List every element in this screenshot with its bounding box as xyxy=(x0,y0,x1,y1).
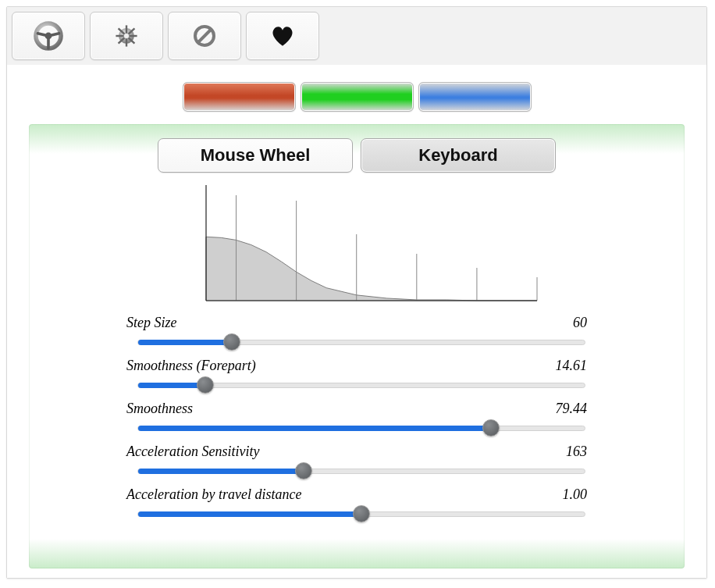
slider-fill xyxy=(138,426,491,431)
slider-row: Smoothness79.44 xyxy=(126,401,587,437)
slider-control[interactable] xyxy=(137,461,585,480)
slider-value: 1.00 xyxy=(563,486,588,503)
svg-point-11 xyxy=(123,33,129,38)
slider-track xyxy=(137,383,585,388)
color-preset-red[interactable] xyxy=(183,82,296,112)
slider-value: 14.61 xyxy=(556,358,588,374)
slider-fill xyxy=(138,511,361,517)
slider-label: Acceleration Sensitivity xyxy=(126,444,259,460)
slider-row: Step Size60 xyxy=(126,315,587,351)
slider-thumb[interactable] xyxy=(482,419,500,437)
tab-label: Keyboard xyxy=(418,145,497,166)
input-mode-tabs: Mouse Wheel Keyboard xyxy=(158,138,556,173)
slider-row: Smoothness (Forepart)14.61 xyxy=(126,358,587,394)
slider-label: Smoothness (Forepart) xyxy=(126,358,256,374)
app-window: Mouse Wheel Keyboard Step Size60Smoothne… xyxy=(6,6,707,579)
top-toolbar xyxy=(7,7,706,65)
slider-thumb[interactable] xyxy=(353,505,370,522)
steering-wheel-icon xyxy=(33,20,64,52)
response-curve-chart xyxy=(205,182,540,310)
slider-thumb[interactable] xyxy=(295,462,312,479)
settings-panel: Mouse Wheel Keyboard Step Size60Smoothne… xyxy=(29,124,685,568)
slider-fill xyxy=(138,469,304,474)
color-preset-row xyxy=(183,82,532,112)
slider-label: Step Size xyxy=(126,315,177,331)
tab-blocklist-icon[interactable] xyxy=(168,12,241,60)
slider-control[interactable] xyxy=(137,504,585,523)
slider-value: 60 xyxy=(573,315,587,331)
heart-icon xyxy=(267,20,298,52)
slider-thumb[interactable] xyxy=(197,376,214,394)
slider-fill xyxy=(138,340,232,345)
tab-mouse-wheel[interactable]: Mouse Wheel xyxy=(158,138,353,173)
tab-label: Mouse Wheel xyxy=(201,145,311,166)
slider-label: Acceleration by travel distance xyxy=(126,486,301,503)
tab-favorites-icon[interactable] xyxy=(246,12,319,60)
slider-track xyxy=(137,426,585,431)
gear-icon xyxy=(111,20,142,52)
tab-steering-icon[interactable] xyxy=(12,12,85,60)
tab-keyboard[interactable]: Keyboard xyxy=(361,138,556,173)
prohibited-icon xyxy=(189,20,220,52)
slider-row: Acceleration Sensitivity163 xyxy=(126,444,587,480)
main-content: Mouse Wheel Keyboard Step Size60Smoothne… xyxy=(7,65,706,578)
slider-label: Smoothness xyxy=(126,401,193,417)
color-preset-green[interactable] xyxy=(301,82,414,112)
slider-track xyxy=(137,511,585,517)
slider-value: 163 xyxy=(566,444,587,460)
slider-control[interactable] xyxy=(137,376,585,394)
slider-value: 79.44 xyxy=(556,401,588,417)
slider-row: Acceleration by travel distance1.00 xyxy=(126,486,587,523)
slider-thumb[interactable] xyxy=(223,333,240,351)
slider-track xyxy=(137,469,585,474)
slider-list: Step Size60Smoothness (Forepart)14.61Smo… xyxy=(126,315,587,529)
chart-svg xyxy=(205,182,540,307)
color-preset-blue[interactable] xyxy=(418,82,532,112)
tab-gear-icon[interactable] xyxy=(90,12,163,60)
slider-control[interactable] xyxy=(137,419,585,437)
svg-line-13 xyxy=(198,30,211,42)
slider-fill xyxy=(138,383,205,388)
slider-track xyxy=(137,340,585,345)
slider-control[interactable] xyxy=(137,333,585,351)
